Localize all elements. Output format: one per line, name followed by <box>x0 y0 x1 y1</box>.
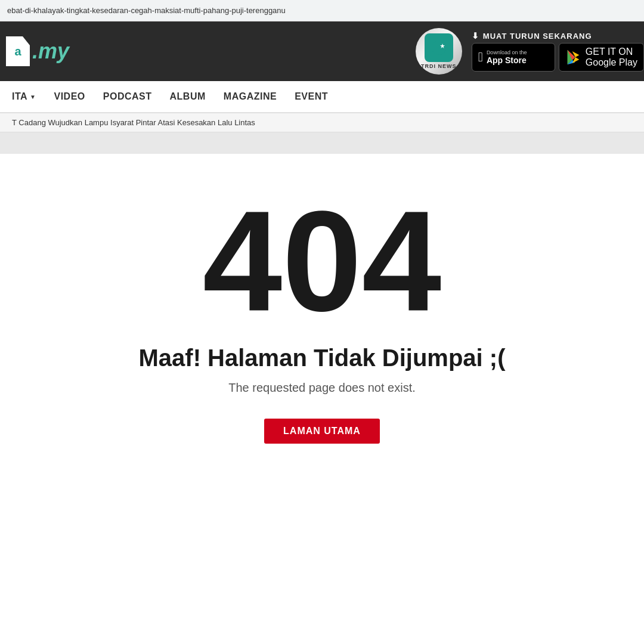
trdi-logo: TRDI NEWS <box>412 24 466 78</box>
error-code: 404 <box>203 190 441 333</box>
ticker-bar: T Cadang Wujudkan Lampu Isyarat Pintar A… <box>0 113 644 132</box>
apple-icon:  <box>478 49 483 65</box>
url-text: ebat-di-khalayak-tingkat-kesedaran-cegah… <box>7 6 286 15</box>
nav-item-video[interactable]: VIDEO <box>54 91 85 102</box>
store-buttons:  Download on the App Store <box>472 43 644 72</box>
trdi-circle: TRDI NEWS <box>416 28 462 75</box>
header-banner: TRDI NEWS ⬇ MUAT TURUN SEKARANG  Downlo… <box>101 24 644 78</box>
svg-point-0 <box>432 41 446 55</box>
download-section: ⬇ MUAT TURUN SEKARANG  Download on the … <box>472 31 644 72</box>
nav-bar: ITA ▼ VIDEO PODCAST ALBUM MAGAZINE EVENT <box>0 81 644 113</box>
logo-text: .my <box>32 39 69 64</box>
error-subtitle: The requested page does not exist. <box>228 381 416 395</box>
app-store-text: Download on the App Store <box>487 49 527 65</box>
address-bar[interactable]: ebat-di-khalayak-tingkat-kesedaran-cegah… <box>0 0 644 21</box>
error-title: Maaf! Halaman Tidak Dijumpai ;( <box>139 345 506 371</box>
nav-item-event[interactable]: EVENT <box>295 91 328 102</box>
chevron-down-icon: ▼ <box>30 94 36 100</box>
gray-separator <box>0 132 644 154</box>
google-play-text: GET IT ON Google Play <box>586 47 637 68</box>
trdi-inner-icon <box>425 33 453 62</box>
laman-utama-button[interactable]: LAMAN UTAMA <box>264 419 380 444</box>
google-play-icon <box>565 49 582 66</box>
nav-item-magazine[interactable]: MAGAZINE <box>224 91 277 102</box>
nav-item-ita[interactable]: ITA ▼ <box>12 91 36 102</box>
logo-area: a .my <box>6 36 101 66</box>
trdi-label: TRDI NEWS <box>421 63 457 69</box>
ticker-text: T Cadang Wujudkan Lampu Isyarat Pintar A… <box>12 118 255 127</box>
logo-icon: a <box>6 36 30 66</box>
site-header: a .my TRDI NEWS ⬇ MUAT <box>0 21 644 81</box>
nav-item-album[interactable]: ALBUM <box>170 91 206 102</box>
error-content: 404 Maaf! Halaman Tidak Dijumpai ;( The … <box>0 154 644 467</box>
nav-item-podcast[interactable]: PODCAST <box>103 91 152 102</box>
app-store-button[interactable]:  Download on the App Store <box>472 43 555 72</box>
download-icon: ⬇ <box>472 31 479 41</box>
google-play-button[interactable]: GET IT ON Google Play <box>559 43 644 72</box>
muat-turun-label: ⬇ MUAT TURUN SEKARANG <box>472 31 592 41</box>
